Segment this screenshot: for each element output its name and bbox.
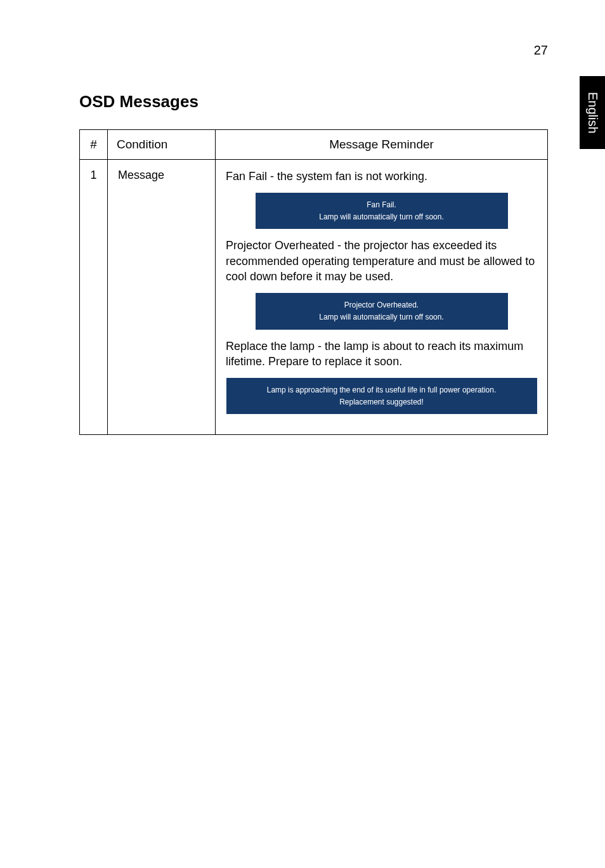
header-num: # xyxy=(80,130,108,160)
osd-fan-fail-line2: Lamp will automatically turn off soon. xyxy=(319,212,444,221)
osd-fan-fail-box: Fan Fail. Lamp will automatically turn o… xyxy=(256,193,508,229)
osd-replace-lamp-line2: Replacement suggested! xyxy=(339,398,424,406)
table-header-row: # Condition Message Reminder xyxy=(80,130,548,160)
osd-overheated-line2: Lamp will automatically turn off soon. xyxy=(319,313,444,321)
language-tab: English xyxy=(580,76,605,149)
row-message-reminder: Fan Fail - the system fan is not working… xyxy=(216,160,548,435)
table-row: 1 Message Fan Fail - the system fan is n… xyxy=(80,160,548,435)
header-message: Message Reminder xyxy=(216,130,548,160)
page-number: 27 xyxy=(534,43,548,58)
row-num: 1 xyxy=(80,160,108,435)
replace-lamp-text: Replace the lamp - the lamp is about to … xyxy=(226,339,537,370)
osd-overheated-box: Projector Overheated. Lamp will automati… xyxy=(256,293,508,329)
osd-overheated-line1: Projector Overheated. xyxy=(344,301,419,309)
main-content: OSD Messages # Condition Message Reminde… xyxy=(0,0,605,435)
row-condition: Message xyxy=(108,160,216,435)
osd-fan-fail-line1: Fan Fail. xyxy=(367,200,396,209)
header-condition: Condition xyxy=(108,130,216,160)
fan-fail-text: Fan Fail - the system fan is not working… xyxy=(226,169,537,184)
osd-replace-lamp-line1: Lamp is approaching the end of its usefu… xyxy=(267,385,497,394)
section-heading: OSD Messages xyxy=(79,92,548,112)
osd-replace-lamp-box: Lamp is approaching the end of its usefu… xyxy=(226,378,537,414)
overheated-text: Projector Overheated - the projector has… xyxy=(226,238,537,284)
osd-messages-table: # Condition Message Reminder 1 Message F… xyxy=(79,129,548,435)
